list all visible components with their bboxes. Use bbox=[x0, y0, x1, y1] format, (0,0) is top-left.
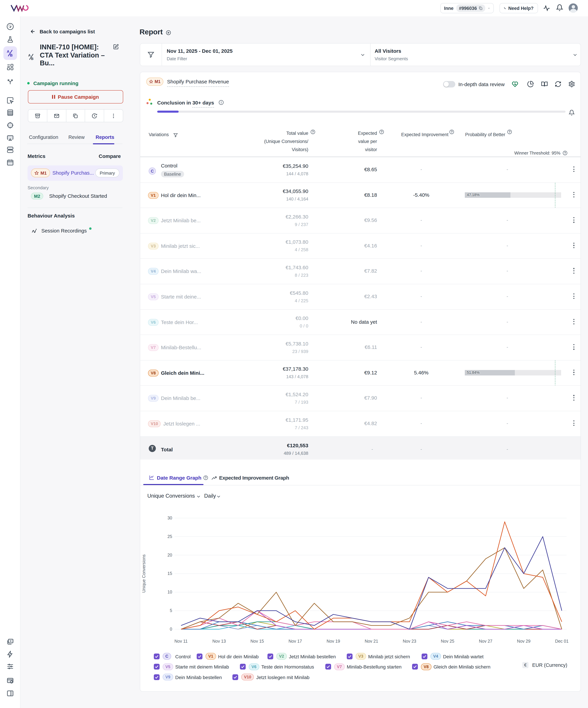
svg-text:0: 0 bbox=[170, 627, 172, 631]
svg-text:Unique Conversions: Unique Conversions bbox=[142, 554, 146, 593]
svg-text:Nov 29: Nov 29 bbox=[517, 639, 530, 644]
svg-text:Nov 27: Nov 27 bbox=[479, 639, 492, 644]
svg-text:20: 20 bbox=[167, 553, 172, 557]
svg-text:Nov 19: Nov 19 bbox=[327, 639, 340, 644]
svg-text:Nov 21: Nov 21 bbox=[365, 639, 378, 644]
svg-text:Nov 15: Nov 15 bbox=[250, 639, 264, 644]
svg-text:15: 15 bbox=[167, 571, 172, 576]
svg-text:B: B bbox=[10, 53, 12, 57]
svg-text:Dec 01: Dec 01 bbox=[555, 639, 568, 644]
svg-text:Nov 25: Nov 25 bbox=[441, 639, 454, 644]
svg-text:A: A bbox=[28, 54, 31, 57]
svg-text:Nov 13: Nov 13 bbox=[212, 639, 226, 644]
svg-text:B: B bbox=[31, 57, 33, 61]
svg-text:30: 30 bbox=[167, 515, 172, 520]
svg-text:Nov 11: Nov 11 bbox=[175, 639, 187, 644]
svg-text:5: 5 bbox=[170, 608, 172, 613]
svg-text:25: 25 bbox=[167, 534, 172, 539]
svg-text:Nov 23: Nov 23 bbox=[403, 639, 416, 644]
svg-text:Nov 17: Nov 17 bbox=[288, 639, 302, 644]
svg-text:10: 10 bbox=[167, 590, 172, 594]
svg-text:A: A bbox=[7, 49, 9, 54]
